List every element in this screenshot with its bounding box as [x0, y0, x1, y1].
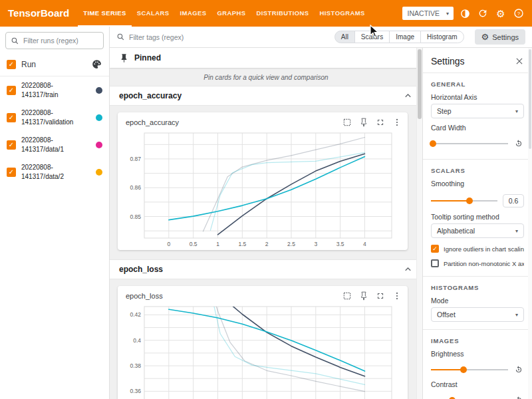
smoothing-value-input[interactable]: 0.6 — [503, 194, 524, 207]
slider-thumb[interactable] — [460, 366, 467, 373]
fit-domain-icon[interactable] — [342, 117, 352, 128]
tag-type-filter-chips: All Scalars Image Histogram — [334, 31, 464, 43]
settings-section-general: GENERAL Horizontal Axis Step ▾ Card Widt… — [423, 72, 532, 159]
section-heading: HISTOGRAMS — [431, 284, 524, 291]
run-row-validation[interactable]: 20220808-141317/validation — [0, 104, 109, 131]
horizontal-axis-value: Step — [437, 107, 452, 115]
settings-scrollbar[interactable] — [528, 48, 532, 399]
settings-button[interactable]: ⚙ Settings — [475, 29, 525, 45]
tooltip-sorting-label: Tooltip sorting method — [431, 213, 524, 221]
smoothing-label: Smoothing — [431, 180, 524, 188]
fullscreen-icon[interactable] — [375, 117, 386, 128]
cards-scroll-area: Pinned Pin cards for a quick view and co… — [110, 48, 422, 399]
filter-tags-placeholder: Filter tags (regex) — [129, 33, 184, 41]
slider-thumb[interactable] — [430, 140, 436, 147]
theme-toggle-icon[interactable] — [458, 7, 471, 20]
run-row-data-1[interactable]: 20220808-141317/data/1 — [0, 131, 109, 158]
chevron-down-icon: ▾ — [515, 312, 518, 318]
select-all-runs-checkbox[interactable] — [7, 60, 16, 69]
chart-epoch-accuracy[interactable]: 00.511.522.533.540.850.860.87 — [122, 129, 398, 250]
slider-thumb[interactable] — [466, 198, 473, 204]
settings-panel: Settings GENERAL Horizontal Axis Step ▾ … — [422, 48, 532, 399]
reset-icon[interactable] — [513, 395, 524, 399]
more-menu-icon[interactable] — [392, 291, 402, 301]
more-menu-icon[interactable] — [392, 117, 402, 128]
filter-tags-input[interactable]: Filter tags (regex) — [116, 33, 331, 41]
svg-text:1: 1 — [216, 241, 219, 247]
horizontal-axis-label: Horizontal Axis — [431, 93, 524, 101]
fit-domain-icon[interactable] — [342, 291, 352, 301]
svg-text:3.5: 3.5 — [336, 241, 344, 247]
scalar-card-epoch-loss: epoch_loss 00.511.522.533.540.360.380.40… — [118, 286, 408, 399]
histogram-mode-value: Offset — [437, 311, 456, 319]
run-label: 20220808-141317/data/2 — [21, 163, 76, 181]
brand-logo: TensorBoard — [0, 0, 78, 27]
svg-text:3: 3 — [314, 241, 317, 247]
chip-all[interactable]: All — [334, 31, 355, 43]
run-checkbox[interactable] — [7, 86, 16, 95]
tab-time-series[interactable]: TIME SERIES — [78, 0, 132, 27]
filter-runs-input[interactable]: Filter runs (regex) — [5, 32, 104, 49]
card-actions — [342, 117, 402, 128]
chevron-down-icon: ▾ — [515, 228, 518, 234]
partition-x-axis-checkbox[interactable] — [431, 259, 439, 267]
reset-icon[interactable] — [513, 138, 524, 149]
section-epoch-loss[interactable]: epoch_loss — [110, 259, 422, 279]
tab-images[interactable]: IMAGES — [175, 0, 212, 27]
filter-runs-placeholder: Filter runs (regex) — [23, 37, 78, 45]
card-area: epoch_accuracy 00.511.522.533.540.850.86… — [110, 106, 422, 259]
chevron-down-icon: ▾ — [515, 108, 518, 114]
contrast-slider[interactable] — [431, 396, 508, 399]
tab-distributions[interactable]: DISTRIBUTIONS — [251, 0, 314, 27]
fullscreen-icon[interactable] — [375, 291, 386, 301]
svg-text:0: 0 — [167, 241, 170, 247]
brightness-slider[interactable] — [431, 366, 508, 374]
contrast-label: Contrast — [431, 380, 524, 388]
svg-text:0.36: 0.36 — [130, 388, 141, 394]
smoothing-slider[interactable] — [431, 197, 497, 205]
card-header: epoch_accuracy — [118, 112, 408, 128]
tab-scalars[interactable]: SCALARS — [132, 0, 175, 27]
help-icon[interactable]: ? — [512, 7, 525, 20]
svg-text:0.38: 0.38 — [130, 362, 141, 369]
run-color-dot — [96, 87, 102, 94]
histogram-mode-select[interactable]: Offset ▾ — [431, 307, 524, 322]
main-scrollbar[interactable] — [416, 48, 422, 399]
section-heading: SCALARS — [431, 167, 524, 174]
reset-icon[interactable] — [513, 364, 524, 375]
card-title: epoch_loss — [126, 292, 342, 300]
run-row-train[interactable]: 20220808-141317/train — [0, 76, 109, 104]
run-checkbox[interactable] — [7, 140, 16, 150]
run-row-data-2[interactable]: 20220808-141317/data/2 — [0, 158, 109, 186]
chevron-up-icon — [403, 265, 413, 275]
run-checkbox[interactable] — [7, 113, 16, 122]
pin-icon[interactable] — [358, 291, 369, 301]
scrollbar-thumb[interactable] — [529, 49, 531, 149]
close-icon[interactable] — [515, 57, 524, 66]
card-width-row — [431, 138, 524, 149]
tooltip-sorting-select[interactable]: Alphabetical ▾ — [431, 223, 524, 238]
settings-button-label: Settings — [492, 33, 519, 41]
chip-histogram[interactable]: Histogram — [420, 31, 464, 43]
pin-icon[interactable] — [358, 117, 369, 128]
tab-graphs[interactable]: GRAPHS — [211, 0, 251, 27]
header-actions: INACTIVE ▾ ⚙ ? — [402, 0, 532, 27]
settings-panel-title: Settings — [431, 56, 465, 66]
run-color-dot — [96, 114, 102, 121]
tab-histograms[interactable]: HISTOGRAMS — [315, 0, 370, 27]
horizontal-axis-select[interactable]: Step ▾ — [431, 104, 524, 118]
chart-epoch-loss[interactable]: 00.511.522.533.540.360.380.40.42 — [122, 303, 398, 399]
run-checkbox[interactable] — [7, 168, 16, 177]
card-width-slider[interactable] — [431, 140, 508, 148]
chip-scalars[interactable]: Scalars — [354, 31, 390, 43]
ignore-outliers-checkbox[interactable] — [431, 245, 439, 253]
chip-image[interactable]: Image — [389, 31, 421, 43]
reload-status-dropdown[interactable]: INACTIVE ▾ — [402, 7, 454, 20]
gear-icon[interactable]: ⚙ — [494, 7, 507, 20]
scrollbar-thumb[interactable] — [418, 49, 422, 119]
palette-icon[interactable] — [91, 59, 102, 70]
svg-text:1.5: 1.5 — [238, 241, 246, 247]
section-epoch-accuracy[interactable]: epoch_accuracy — [110, 86, 422, 106]
refresh-icon[interactable] — [476, 7, 489, 20]
runs-sidebar: Filter runs (regex) Run 20220808-141317/… — [0, 27, 110, 399]
